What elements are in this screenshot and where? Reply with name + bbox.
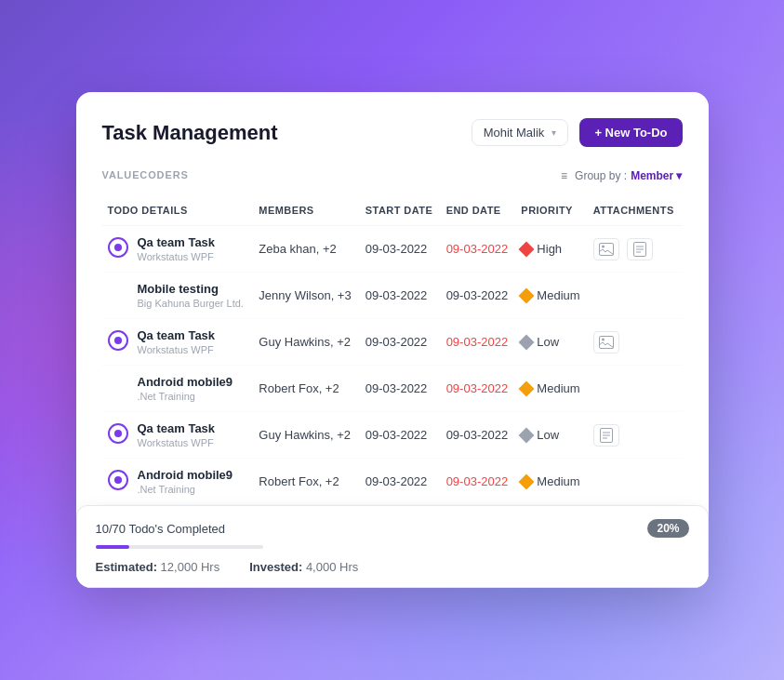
col-end-date: END DATE <box>441 197 516 226</box>
table-header-row: TODO DETAILS MEMBERS START DATE END DATE… <box>102 197 683 226</box>
attachments-cell <box>588 412 683 459</box>
priority-cell: Medium <box>515 366 587 412</box>
members-cell: Robert Fox, +2 <box>253 366 360 412</box>
invested-value: 4,000 Hrs <box>306 560 358 574</box>
col-attachments: ATTACHMENTS <box>588 197 683 226</box>
task-subtitle: Workstatus WPF <box>138 251 216 262</box>
image-attachment-icon[interactable] <box>593 331 619 353</box>
end-date-cell: 09-03-2022 <box>441 226 516 273</box>
priority-cell: Low <box>515 412 587 459</box>
task-subtitle: Workstatus WPF <box>138 344 216 355</box>
task-icon <box>108 470 128 490</box>
task-name: Android mobile9 <box>138 375 233 389</box>
end-date-cell: 09-03-2022 <box>441 459 516 505</box>
col-start-date: START DATE <box>360 197 441 226</box>
table-row: Mobile testingBig Kahuna Burger Ltd.Jenn… <box>102 273 683 319</box>
todo-details-cell: Android mobile9.Net Training <box>102 366 254 412</box>
task-name: Qa team Task <box>138 328 216 342</box>
priority-cell: Low <box>515 319 587 366</box>
doc-attachment-icon[interactable] <box>593 424 619 447</box>
new-todo-label: + New To-Do <box>594 126 667 140</box>
task-icon <box>108 330 128 351</box>
priority-cell: Medium <box>515 273 587 319</box>
end-date-cell: 09-03-2022 <box>441 319 516 366</box>
start-date-cell: 09-03-2022 <box>360 273 441 319</box>
org-name: VALUECODERS <box>102 169 189 180</box>
attachments-cell <box>588 226 683 273</box>
members-cell: Guy Hawkins, +2 <box>253 412 360 459</box>
user-select[interactable]: Mohit Malik ▾ <box>472 119 569 146</box>
group-by-button[interactable]: Member ▾ <box>631 169 682 182</box>
priority-badge: Low <box>521 428 581 442</box>
priority-badge: Medium <box>521 381 581 395</box>
percent-badge: 20% <box>647 519 688 538</box>
priority-label: Medium <box>537 474 579 488</box>
priority-badge: Medium <box>521 288 581 302</box>
progress-bar-track <box>96 545 263 549</box>
priority-label: Low <box>537 335 559 349</box>
svg-point-7 <box>602 338 605 340</box>
attachments-cell <box>588 459 683 505</box>
invested-label: Invested: <box>249 560 302 574</box>
col-priority: PRIORITY <box>515 197 587 226</box>
task-icon <box>108 237 128 258</box>
priority-cell: Medium <box>515 459 587 505</box>
priority-label: Low <box>537 428 559 442</box>
priority-icon <box>519 334 535 350</box>
start-date-cell: 09-03-2022 <box>360 226 441 273</box>
page-title: Task Management <box>102 121 278 145</box>
doc-attachment-icon[interactable] <box>627 238 653 260</box>
end-date-cell: 09-03-2022 <box>441 412 516 459</box>
task-subtitle: .Net Training <box>138 484 233 495</box>
task-icon <box>108 423 128 444</box>
task-subtitle: .Net Training <box>138 391 233 402</box>
attachments-cell <box>588 319 683 366</box>
task-name: Android mobile9 <box>138 468 233 482</box>
estimated-value: 12,000 Hrs <box>161 560 220 574</box>
priority-icon <box>519 427 535 443</box>
task-subtitle: Big Kahuna Burger Ltd. <box>138 298 244 309</box>
estimated-label: Estimated: <box>96 560 157 574</box>
start-date-cell: 09-03-2022 <box>360 412 441 459</box>
task-name: Qa team Task <box>138 235 216 249</box>
members-cell: Robert Fox, +2 <box>253 459 360 505</box>
filter-icon: ≡ <box>561 169 567 182</box>
members-cell: Zeba khan, +2 <box>253 226 360 273</box>
start-date-cell: 09-03-2022 <box>360 319 441 366</box>
image-attachment-icon[interactable] <box>593 238 619 260</box>
priority-label: Medium <box>537 288 579 302</box>
footer-panel: 10/70 Todo's Completed 20% Estimated: 12… <box>76 505 709 588</box>
table-row: Android mobile9.Net TrainingRobert Fox, … <box>102 459 683 505</box>
footer-bottom: Estimated: 12,000 Hrs Invested: 4,000 Hr… <box>96 560 689 574</box>
start-date-cell: 09-03-2022 <box>360 366 441 412</box>
todo-details-cell: Qa team TaskWorkstatus WPF <box>102 319 254 366</box>
priority-icon <box>519 241 535 257</box>
table-row: Qa team TaskWorkstatus WPFGuy Hawkins, +… <box>102 319 683 366</box>
priority-badge: Low <box>521 335 581 349</box>
estimated: Estimated: 12,000 Hrs <box>96 560 220 574</box>
footer-top: 10/70 Todo's Completed 20% <box>96 519 689 538</box>
todo-details-cell: Mobile testingBig Kahuna Burger Ltd. <box>102 273 254 319</box>
col-members: MEMBERS <box>253 197 360 226</box>
task-name: Mobile testing <box>138 282 244 296</box>
new-todo-button[interactable]: + New To-Do <box>579 118 682 147</box>
end-date-value: 09-03-2022 <box>446 288 509 302</box>
priority-badge: High <box>521 242 581 256</box>
group-by-label: Group by : <box>575 169 627 182</box>
col-todo-details: TODO DETAILS <box>102 197 254 226</box>
priority-icon <box>519 473 535 489</box>
task-name: Qa team Task <box>138 421 216 435</box>
card-header: Task Management Mohit Malik ▾ + New To-D… <box>102 118 683 147</box>
table-row: Qa team TaskWorkstatus WPFGuy Hawkins, +… <box>102 412 683 459</box>
priority-label: Medium <box>537 381 579 395</box>
tasks-table: TODO DETAILS MEMBERS START DATE END DATE… <box>102 197 683 505</box>
end-date-cell: 09-03-2022 <box>441 366 516 412</box>
priority-icon <box>519 287 535 303</box>
header-controls: Mohit Malik ▾ + New To-Do <box>472 118 683 147</box>
priority-badge: Medium <box>521 474 581 488</box>
start-date-cell: 09-03-2022 <box>360 459 441 505</box>
end-date-value: 09-03-2022 <box>446 474 509 488</box>
end-date-value: 09-03-2022 <box>446 428 509 442</box>
todo-details-cell: Qa team TaskWorkstatus WPF <box>102 412 254 459</box>
table-row: Qa team TaskWorkstatus WPFZeba khan, +20… <box>102 226 683 273</box>
